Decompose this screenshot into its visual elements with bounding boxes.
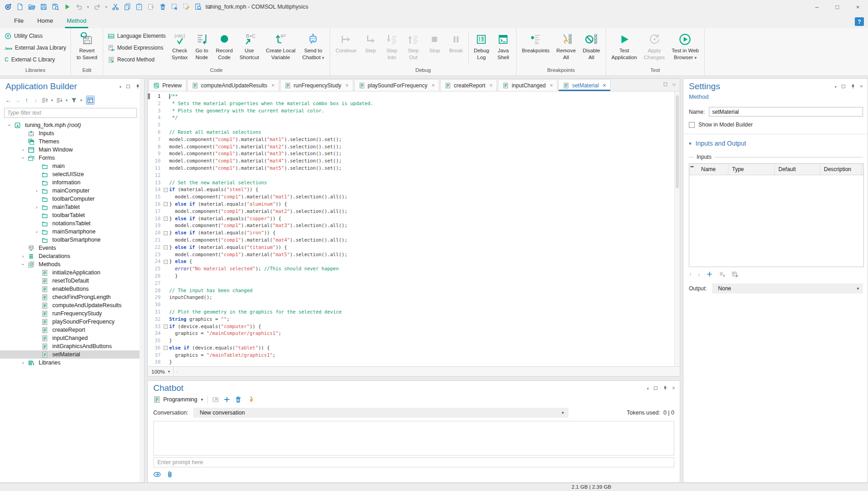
filter-icon[interactable] [70, 96, 78, 105]
up-icon[interactable]: ↑ [689, 271, 692, 278]
collapse-arrow-icon[interactable]: › [20, 261, 26, 268]
filter-input[interactable] [4, 108, 137, 118]
close-button[interactable]: × [848, 0, 868, 14]
send-prompt-icon[interactable] [153, 471, 161, 478]
tree-item-mainsmartphone[interactable]: ›mainSmartphone [0, 228, 144, 236]
fold-toggle-icon[interactable]: - [164, 217, 168, 221]
tree-item-toolbartablet[interactable]: toolbarTablet [0, 211, 144, 219]
copy-icon[interactable] [122, 1, 132, 12]
ribbon-button-record-code[interactable]: Record Code [213, 29, 236, 66]
undo-icon[interactable] [74, 1, 84, 12]
ribbon-button-test-in-web-browser[interactable]: Test in Web Browser ▾ [668, 29, 702, 66]
editor-tab-preview[interactable]: Preview [149, 79, 186, 91]
tree-item-selectuisize[interactable]: selectUISize [0, 170, 144, 178]
editor-tab-createreport[interactable]: createReport× [440, 79, 497, 91]
find-doc-icon[interactable] [193, 1, 203, 12]
menu-tab-home[interactable]: Home [30, 15, 60, 28]
tree-item-forms[interactable]: ›Forms [0, 154, 144, 162]
paste-icon[interactable] [134, 1, 144, 12]
close-tab-icon[interactable]: × [603, 82, 606, 89]
tree-item-tuning-fork-mph[interactable]: ›Atuning_fork.mph (root) [0, 121, 144, 129]
pin-icon[interactable] [662, 385, 668, 391]
tree-item-main[interactable]: main [0, 162, 144, 170]
float-editor-icon[interactable] [663, 82, 668, 87]
ribbon-button-external-java-library[interactable]: JavaExternal Java Library [2, 42, 68, 53]
close-tab-icon[interactable]: × [431, 82, 435, 89]
ribbon-button-use-shortcut[interactable]: B+CUse Shortcut [236, 29, 262, 66]
inputs-and-output-section[interactable]: ▾ Inputs and Output [689, 140, 863, 147]
float-panel-icon[interactable] [841, 84, 846, 89]
save-icon[interactable] [38, 1, 49, 12]
ribbon-button-send-to-chatbot[interactable]: Send to Chatbot ▾ [299, 29, 327, 66]
minimize-button[interactable]: – [807, 0, 827, 14]
insert-code-icon[interactable] [212, 396, 219, 403]
expand-arrow-icon[interactable]: › [33, 204, 40, 210]
conversation-select[interactable]: New conversation▾ [193, 408, 568, 418]
save-find-icon[interactable] [50, 1, 60, 12]
collapse-arrow-icon[interactable]: › [20, 154, 26, 162]
table-header-un[interactable]: Un [862, 164, 864, 175]
fold-toggle-icon[interactable]: - [164, 188, 168, 192]
dropdown-arrow-icon[interactable]: ▾ [119, 84, 121, 89]
show-grid-icon[interactable] [86, 96, 95, 105]
tree-item-maincomputer[interactable]: ›mainComputer [0, 187, 144, 195]
table-header-default[interactable]: Default [775, 164, 820, 175]
close-tab-icon[interactable]: × [550, 82, 553, 89]
tree-item-maintablet[interactable]: ›mainTablet [0, 203, 144, 211]
editor-horizontal-scrollbar[interactable]: ‹ [174, 369, 680, 374]
close-icon[interactable]: × [672, 385, 675, 391]
ribbon-button-remove-all[interactable]: Remove All [553, 29, 579, 66]
plus-icon[interactable] [706, 271, 713, 278]
expand-arrow-icon[interactable]: › [33, 188, 40, 193]
edit-table-icon[interactable] [732, 271, 738, 278]
dropdown-arrow-icon[interactable]: ▾ [834, 84, 837, 89]
fold-toggle-icon[interactable]: - [164, 231, 168, 235]
ribbon-button-java-shell[interactable]: Java Shell [493, 29, 514, 66]
fold-toggle-icon[interactable]: - [164, 346, 168, 350]
clear-conversation-icon[interactable] [246, 396, 253, 403]
ribbon-button-go-to-node[interactable]: Go to Node [191, 29, 212, 66]
comsol-logo-icon[interactable] [3, 1, 13, 12]
close-tab-icon[interactable]: × [489, 82, 492, 89]
menu-tab-file[interactable]: File [7, 15, 30, 28]
ribbon-button-record-method[interactable]: Record Method [105, 54, 168, 65]
up-icon[interactable]: ↑ [22, 96, 31, 105]
expand-arrow-icon[interactable]: › [33, 229, 40, 234]
float-panel-icon[interactable] [653, 385, 658, 391]
output-select[interactable]: None▾ [712, 283, 863, 294]
open-icon[interactable] [26, 1, 37, 12]
tree-item-checkfindpronglength[interactable]: checkFindProngLength [0, 293, 144, 301]
table-header-name[interactable]: Name [697, 164, 728, 175]
tree-item-setmaterial[interactable]: setMaterial [0, 350, 144, 359]
dropdown-icon[interactable]: ▾ [85, 1, 90, 12]
tree-item-runfrequencystudy[interactable]: runFrequencyStudy [0, 309, 144, 318]
editor-vertical-scrollbar[interactable] [674, 91, 680, 366]
fold-toggle-icon[interactable]: - [164, 260, 168, 264]
scrollbar-thumb[interactable] [676, 95, 679, 188]
editor-tab-runfrequencystudy[interactable]: runFrequencyStudy× [280, 79, 353, 91]
format-brush-icon[interactable] [181, 1, 191, 12]
tree-item-resettodefault[interactable]: resetToDefault [0, 277, 144, 285]
forward-doc-icon[interactable] [146, 1, 156, 12]
tree-item-notationstablet[interactable]: notationsTablet [0, 219, 144, 228]
tree-item-enablebuttons[interactable]: enableButtons [0, 285, 144, 293]
pin-icon[interactable] [850, 84, 856, 89]
filter-dropdown-icon[interactable]: ▾ [79, 96, 84, 105]
close-icon[interactable]: × [860, 83, 863, 90]
move-up-icon[interactable] [40, 96, 49, 105]
method-name-input[interactable] [709, 107, 863, 116]
float-panel-icon[interactable] [125, 84, 131, 89]
tree-item-playsoundforfrequency[interactable]: playSoundForFrequency [0, 318, 144, 326]
down-icon[interactable]: ↓ [697, 271, 700, 278]
ribbon-button-test-application[interactable]: Test Application [608, 29, 640, 66]
select-frame-icon[interactable] [169, 1, 180, 12]
attach-file-icon[interactable] [166, 471, 174, 478]
tree-item-main-window[interactable]: ›Main Window [0, 146, 144, 154]
ribbon-button-debug-log[interactable]: Debug Log [471, 29, 492, 66]
inputs-table[interactable]: ▸▸NameTypeDefaultDescriptionUn [689, 163, 864, 267]
editor-tab-computeandupdateresults[interactable]: computeAndUpdateResults× [187, 79, 279, 91]
ribbon-button-utility-class[interactable]: Utility Class [2, 30, 68, 41]
tree-item-computeandupdateresults[interactable]: computeAndUpdateResults [0, 301, 144, 309]
tree-item-themes[interactable]: Themes [0, 137, 144, 146]
zoom-select[interactable]: 100%▾ [148, 367, 174, 376]
